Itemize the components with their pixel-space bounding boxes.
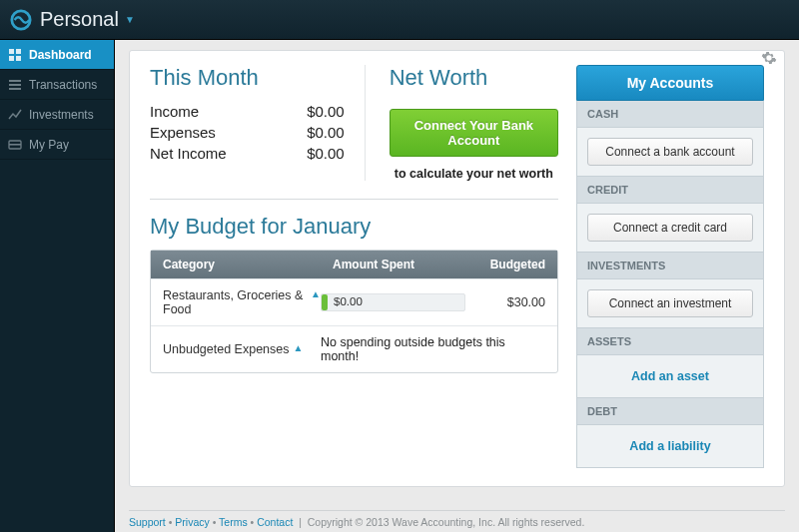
budget-panel: My Budget for January Category Amount Sp… — [150, 214, 558, 373]
footer: Support • Privacy • Terms • Contact | Co… — [129, 510, 785, 528]
connect-bank-button[interactable]: Connect Your Bank Account — [390, 109, 558, 157]
col-amount-spent: Amount Spent — [333, 258, 465, 271]
net-income-value: $0.00 — [307, 145, 345, 162]
svg-rect-1 — [9, 49, 14, 54]
accounts-section-cash: CASH — [576, 101, 764, 128]
income-label: Income — [150, 103, 199, 120]
col-budgeted: Budgeted — [465, 258, 545, 271]
connect-bank-account-button[interactable]: Connect a bank account — [587, 138, 753, 166]
accounts-section-assets: ASSETS — [576, 328, 764, 355]
col-category: Category — [163, 258, 333, 271]
sidebar: Dashboard Transactions Investments My Pa… — [0, 40, 115, 532]
sidebar-item-label: Dashboard — [29, 48, 92, 62]
accounts-section-debt: DEBT — [576, 398, 764, 425]
sidebar-item-label: Transactions — [29, 78, 97, 92]
svg-rect-7 — [9, 88, 21, 90]
unbudgeted-message: No spending outside budgets this month! — [321, 335, 545, 363]
this-month-title: This Month — [150, 65, 345, 91]
footer-link-privacy[interactable]: Privacy — [175, 516, 209, 528]
svg-rect-2 — [16, 49, 21, 54]
add-asset-link[interactable]: Add an asset — [587, 365, 753, 387]
net-worth-panel: Net Worth Connect Your Bank Account to c… — [366, 65, 558, 181]
net-income-label: Net Income — [150, 145, 227, 162]
expenses-value: $0.00 — [307, 124, 345, 141]
footer-link-contact[interactable]: Contact — [257, 516, 293, 528]
budget-category-label: Restaurants, Groceries & Food — [163, 288, 307, 316]
budgeted-value: $30.00 — [465, 295, 545, 309]
spent-bar-label: $0.00 — [334, 295, 363, 307]
budget-category-label: Unbudgeted Expenses — [163, 342, 289, 356]
sidebar-item-label: Investments — [29, 108, 94, 122]
net-worth-subtitle: to calculate your net worth — [390, 167, 558, 181]
income-value: $0.00 — [307, 103, 345, 120]
svg-rect-5 — [9, 80, 21, 82]
sidebar-item-mypay[interactable]: My Pay — [0, 130, 114, 160]
svg-rect-3 — [9, 56, 14, 61]
footer-link-support[interactable]: Support — [129, 516, 166, 528]
dashboard-card: This Month Income $0.00 Expenses $0.00 N… — [129, 50, 785, 487]
svg-rect-4 — [16, 56, 21, 61]
expenses-label: Expenses — [150, 124, 216, 141]
this-month-panel: This Month Income $0.00 Expenses $0.00 N… — [150, 65, 366, 181]
income-row: Income $0.00 — [150, 103, 345, 120]
accounts-section-credit: CREDIT — [576, 177, 764, 204]
budget-table: Category Amount Spent Budgeted Restauran… — [150, 250, 558, 373]
transactions-icon — [8, 78, 22, 92]
svg-rect-9 — [9, 144, 21, 146]
dashboard-icon — [8, 48, 22, 62]
connect-credit-card-button[interactable]: Connect a credit card — [587, 214, 753, 242]
sidebar-item-transactions[interactable]: Transactions — [0, 70, 114, 100]
budget-table-header: Category Amount Spent Budgeted — [151, 251, 557, 278]
caret-up-icon: ▲ — [311, 288, 321, 299]
svg-rect-6 — [9, 84, 21, 86]
my-accounts-header[interactable]: My Accounts — [576, 65, 764, 101]
mypay-icon — [8, 138, 22, 152]
brand-title[interactable]: Personal — [40, 8, 119, 31]
brand-dropdown-caret-icon[interactable]: ▼ — [125, 14, 135, 25]
expenses-row: Expenses $0.00 — [150, 124, 345, 141]
budget-row-restaurants[interactable]: Restaurants, Groceries & Food ▲ $0.00 $3… — [151, 278, 557, 325]
connect-investment-button[interactable]: Connect an investment — [587, 289, 753, 317]
budget-row-unbudgeted[interactable]: Unbudgeted Expenses ▲ No spending outsid… — [151, 325, 557, 372]
top-bar: Personal ▼ — [0, 0, 799, 40]
accounts-section-investments: INVESTMENTS — [576, 253, 764, 279]
investments-icon — [8, 108, 22, 122]
budget-title: My Budget for January — [150, 214, 558, 240]
footer-copyright: Copyright © 2013 Wave Accounting, Inc. A… — [308, 516, 585, 528]
sidebar-item-dashboard[interactable]: Dashboard — [0, 40, 114, 70]
content-area: This Month Income $0.00 Expenses $0.00 N… — [115, 40, 799, 532]
accounts-panel: My Accounts CASH Connect a bank account … — [576, 65, 764, 468]
net-worth-title: Net Worth — [390, 65, 558, 91]
add-liability-link[interactable]: Add a liability — [587, 435, 753, 457]
net-income-row: Net Income $0.00 — [150, 145, 345, 162]
spent-bar-fill — [322, 294, 328, 310]
caret-up-icon: ▲ — [293, 342, 303, 353]
spent-bar: $0.00 — [321, 293, 465, 311]
footer-link-terms[interactable]: Terms — [219, 516, 248, 528]
sidebar-item-investments[interactable]: Investments — [0, 100, 114, 130]
sidebar-item-label: My Pay — [29, 138, 69, 152]
gear-icon[interactable] — [761, 50, 777, 70]
app-logo-icon — [10, 9, 32, 31]
